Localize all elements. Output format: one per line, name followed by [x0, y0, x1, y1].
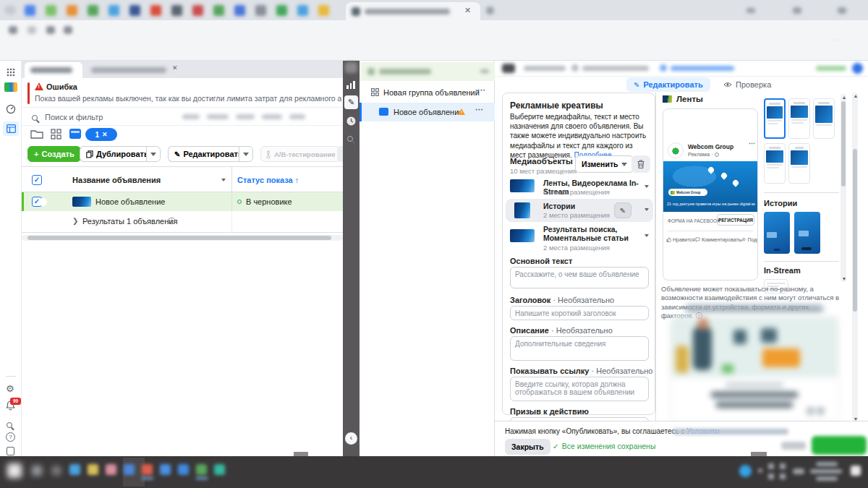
story-thumb[interactable]: [764, 212, 790, 254]
tab-close-icon[interactable]: ✕: [464, 6, 471, 15]
settings-gear-icon[interactable]: ⚙: [6, 383, 14, 394]
pill-close-icon[interactable]: ✕: [102, 131, 108, 138]
breadcrumb-campaign-blurred[interactable]: [524, 66, 566, 71]
tab-favicon[interactable]: [129, 5, 140, 16]
taskbar-app-icon[interactable]: [160, 464, 171, 475]
tray-icon-blurred[interactable]: [780, 463, 786, 469]
placement-stories-selected[interactable]: Истории 2 место размещения ✎: [506, 199, 653, 222]
tray-telegram-blurred[interactable]: [739, 465, 752, 477]
taskbar-app-icon[interactable]: [88, 464, 98, 475]
panel-tab2-title-blurred[interactable]: [91, 67, 166, 73]
tab-favicon[interactable]: [318, 5, 329, 16]
language-indicator-blurred[interactable]: [793, 468, 804, 474]
ads-count-pill[interactable]: 1 ✕: [85, 128, 117, 141]
variant-thumb[interactable]: [813, 98, 835, 139]
ads-tab-icon[interactable]: [69, 129, 81, 139]
tab-favicon[interactable]: [255, 5, 266, 16]
taskbar-app-icon[interactable]: [69, 464, 80, 475]
headline-input[interactable]: [510, 306, 649, 320]
window-maximize[interactable]: [793, 7, 801, 14]
adset-menu-icon[interactable]: ⋯: [477, 85, 486, 95]
help-icon[interactable]: ?: [6, 432, 15, 442]
chevron-down-icon[interactable]: [644, 185, 649, 188]
breadcrumb-icon-blurred[interactable]: [502, 64, 515, 73]
ad-tree-row-selected[interactable]: Новое объявление ! ⋯: [359, 103, 495, 121]
tab-favicon[interactable]: [192, 5, 203, 16]
taskbar-app-icon[interactable]: [214, 464, 225, 475]
apps-grid-icon[interactable]: [7, 68, 15, 77]
strip-blurred-icon[interactable]: [345, 62, 357, 73]
ad-name[interactable]: Новое объявление: [95, 197, 165, 206]
task-view-blurred[interactable]: [52, 466, 61, 475]
placement-edit-pencil-button[interactable]: ✎: [614, 202, 631, 218]
speedometer-icon[interactable]: [6, 104, 16, 114]
taskbar-apps[interactable]: [69, 464, 225, 475]
primary-text-input[interactable]: [510, 267, 649, 288]
breadcrumb-adset-blurred[interactable]: [582, 66, 649, 71]
tray-chevron-blurred[interactable]: [758, 468, 762, 473]
rail-search-icon[interactable]: [7, 422, 12, 428]
tab-favicon[interactable]: [213, 5, 224, 16]
tab-favicon[interactable]: [234, 5, 245, 16]
scrollbar-thumb[interactable]: [853, 149, 857, 312]
taskbar-search-blurred[interactable]: [32, 466, 42, 476]
variant-thumb[interactable]: [764, 143, 786, 184]
adset-row[interactable]: Новая группа объявлений ⋯: [359, 84, 495, 101]
publish-button-blurred[interactable]: [812, 436, 867, 455]
collapse-chevron-left[interactable]: ‹: [345, 432, 357, 445]
chevron-down-icon[interactable]: [644, 208, 649, 211]
adsets-grid-icon[interactable]: [51, 129, 61, 140]
info-icon[interactable]: ⓘ: [168, 216, 175, 226]
ad-tree-name[interactable]: Новое объявление: [393, 108, 463, 116]
col-name-header[interactable]: Название объявления: [72, 176, 161, 184]
tab-favicon[interactable]: [46, 5, 56, 16]
like-action[interactable]: Нравится: [666, 237, 695, 242]
taskbar-app-icon[interactable]: [124, 464, 135, 475]
variant-thumb[interactable]: [788, 143, 810, 184]
col-status-header[interactable]: Статус показа ↑: [237, 176, 299, 184]
tray-icon-blurred[interactable]: [768, 474, 774, 479]
post-menu-icon[interactable]: ⋯: [749, 140, 756, 147]
edit-pencil-tool-active[interactable]: ✎: [344, 95, 358, 109]
promo-button-blurred[interactable]: [762, 348, 800, 367]
panel-scrollbar[interactable]: ▲ ▼: [852, 93, 858, 422]
duplicate-button[interactable]: Дублировать: [80, 146, 155, 162]
placement-feeds[interactable]: Ленты, Видеореклама In-Stream 6 места ра…: [506, 177, 653, 197]
campaign-menu-blurred[interactable]: [480, 69, 489, 73]
tab-favicon[interactable]: [109, 5, 119, 16]
campaign-row-blurred[interactable]: [359, 62, 495, 81]
share-action[interactable]: Поделиться: [741, 237, 758, 242]
variant-thumb[interactable]: [788, 98, 810, 139]
charts-icon[interactable]: [346, 81, 355, 89]
scrollbar-thumb[interactable]: [841, 101, 846, 187]
search-filter-bar[interactable]: Поиск и фильтр: [22, 107, 343, 126]
variant-thumb-selected[interactable]: [764, 98, 786, 139]
search-placeholder[interactable]: Поиск и фильтр: [45, 113, 103, 121]
create-button[interactable]: +Создать: [27, 146, 81, 162]
display-link-input[interactable]: [510, 377, 649, 401]
edit-button[interactable]: ✎ Редактировать: [168, 146, 249, 162]
results-label[interactable]: Результаты 1 объявления: [82, 217, 177, 226]
post-cta-button[interactable]: РЕГИСТРАЦИЯ: [717, 214, 754, 226]
taskbar-app-icon[interactable]: [196, 464, 207, 475]
webcom-logo[interactable]: [4, 82, 17, 92]
taskbar-app-icon[interactable]: [142, 464, 153, 475]
tab-favicon[interactable]: [297, 5, 308, 16]
start-button-blurred[interactable]: [7, 463, 22, 478]
hscrollbar-thumb[interactable]: [27, 236, 331, 240]
chevron-down-icon[interactable]: [644, 234, 649, 237]
tab-favicon[interactable]: [276, 5, 287, 16]
variants-scrollbar[interactable]: ▲ ▼: [841, 94, 846, 282]
reload-icon[interactable]: [46, 26, 55, 34]
close-button[interactable]: Закрыть: [505, 439, 550, 455]
promo-icon-blurred[interactable]: [817, 408, 824, 414]
edit-dropdown[interactable]: [239, 146, 253, 162]
caret-down-icon[interactable]: [221, 179, 226, 181]
chevron-right-icon[interactable]: ❯: [72, 217, 78, 225]
taskbar-app-icon[interactable]: [106, 464, 116, 475]
campaigns-table-icon-active[interactable]: [3, 121, 19, 136]
tab-favicon[interactable]: [67, 5, 77, 16]
tray-icon-blurred[interactable]: [768, 463, 774, 469]
history-clock-icon[interactable]: [346, 116, 357, 127]
breadcrumb-ad-blurred[interactable]: [671, 66, 734, 71]
